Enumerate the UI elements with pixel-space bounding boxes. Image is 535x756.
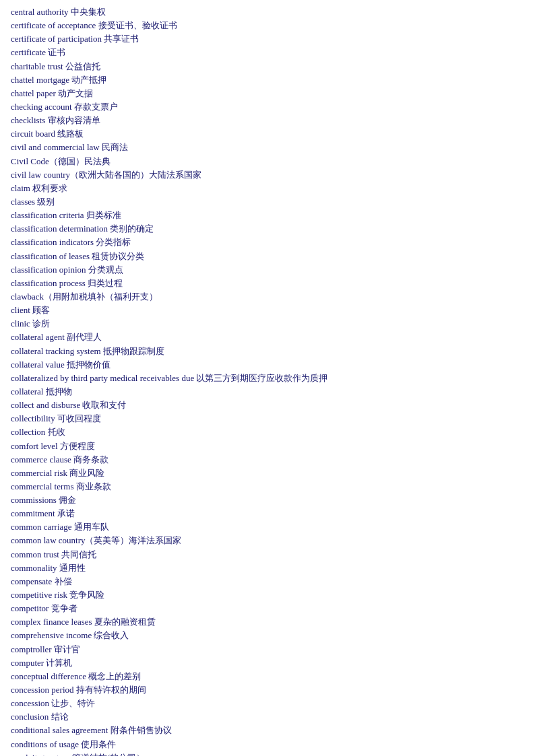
list-item: complex finance leases 夏杂的融资租赁 (11, 615, 524, 629)
term-text: competitive risk 竞争风险 (11, 590, 104, 600)
term-text: computer 计算机 (11, 658, 72, 668)
term-text: chattel paper 动产文据 (11, 88, 93, 98)
term-text: common trust 共同信托 (11, 549, 96, 559)
list-item: certificate of acceptance 接受证书、验收证书 (11, 19, 524, 32)
term-text: concession period 持有特许权的期间 (11, 685, 146, 695)
term-text: certificate 证书 (11, 47, 65, 57)
list-item: common carriage 通用车队 (11, 520, 524, 534)
term-text: commonality 通用性 (11, 563, 86, 573)
list-item: claim 权利要求 (11, 182, 524, 195)
term-text: classification determination 类别的确定 (11, 224, 154, 234)
list-item: circuit board 线路板 (11, 127, 524, 141)
list-item: compensate 补偿 (11, 575, 524, 588)
list-item: civil law country（欧洲大陆各国的）大陆法系国家 (11, 168, 524, 182)
term-text: clinic 诊所 (11, 318, 50, 329)
list-item: clawback（用附加税填补（福利开支） (11, 290, 524, 304)
list-item: collateral 抵押物 (11, 385, 524, 399)
list-item: certificate of participation 共享证书 (11, 32, 524, 46)
list-item: classification indicators 分类指标 (11, 236, 524, 249)
term-text: classification opinion 分类观点 (11, 265, 123, 275)
list-item: Civil Code（德国）民法典 (11, 155, 524, 168)
list-item: checklists 审核内容清单 (11, 114, 524, 127)
term-text: checklists 审核内容清单 (11, 115, 100, 125)
term-text: conceptual difference 概念上的差别 (11, 671, 141, 681)
list-item: collateral value 抵押物价值 (11, 358, 524, 372)
term-text: commitment 承诺 (11, 508, 75, 518)
list-item: conclusion 结论 (11, 710, 524, 724)
term-text: collection 托收 (11, 427, 65, 437)
term-text: civil and commercial law 民商法 (11, 142, 128, 152)
list-item: client 顾客 (11, 304, 524, 317)
term-text: classification indicators 分类指标 (11, 237, 131, 247)
term-text: conclusion 结论 (11, 712, 69, 722)
list-item: commissions 佣金 (11, 493, 524, 507)
term-text: collateral agent 副代理人 (11, 332, 102, 342)
list-item: conditions of usage 使用条件 (11, 738, 524, 751)
term-text: collect and disburse 收取和支付 (11, 400, 127, 410)
list-item: civil and commercial law 民商法 (11, 141, 524, 154)
term-text: certificate of participation 共享证书 (11, 34, 139, 44)
term-text: Civil Code（德国）民法典 (11, 156, 111, 166)
list-item: classes 级别 (11, 195, 524, 209)
term-text: classes 级别 (11, 197, 55, 207)
list-item: chattel mortgage 动产抵押 (11, 73, 524, 87)
term-text: civil law country（欧洲大陆各国的）大陆法系国家 (11, 170, 201, 180)
list-item: chattel paper 动产文据 (11, 87, 524, 100)
term-text: collateralized by third party medical re… (11, 373, 327, 383)
list-item: common law country（英美等）海洋法系国家 (11, 534, 524, 547)
list-item: charitable trust 公益信托 (11, 60, 524, 73)
list-item: commercial risk 商业风险 (11, 467, 524, 480)
term-text: collateral 抵押物 (11, 386, 72, 397)
term-text: commerce clause 商务条款 (11, 454, 108, 465)
list-item: competitor 竞争者 (11, 602, 524, 615)
list-item: collateralized by third party medical re… (11, 372, 524, 385)
list-item: collateral agent 副代理人 (11, 331, 524, 344)
list-item: concession 让步、特许 (11, 697, 524, 710)
term-text: conditional sales agreement 附条件销售协议 (11, 725, 172, 735)
list-item: clinic 诊所 (11, 317, 524, 331)
list-item: common trust 共同信托 (11, 548, 524, 561)
list-item: classification criteria 归类标准 (11, 209, 524, 222)
list-item: comfort level 方便程度 (11, 440, 524, 453)
list-item: certificate 证书 (11, 46, 524, 59)
term-text: complex finance leases 夏杂的融资租赁 (11, 617, 156, 627)
list-item: checking account 存款支票户 (11, 100, 524, 114)
list-item: conceptual difference 概念上的差别 (11, 670, 524, 683)
term-text: common carriage 通用车队 (11, 522, 109, 532)
list-item: collectibility 可收回程度 (11, 412, 524, 425)
term-text: competitor 竞争者 (11, 603, 77, 613)
term-text: collectibility 可收回程度 (11, 413, 101, 423)
list-item: commitment 承诺 (11, 507, 524, 520)
term-text: clawback（用附加税填补（福利开支） (11, 291, 158, 302)
list-item: collection 托收 (11, 425, 524, 439)
term-text: commercial risk 商业风险 (11, 468, 104, 478)
term-text: commercial terms 商业条款 (11, 481, 111, 491)
list-item: classification opinion 分类观点 (11, 263, 524, 277)
term-text: circuit board 线路板 (11, 129, 84, 139)
list-item: competitive risk 竞争风险 (11, 588, 524, 602)
term-text: classification process 归类过程 (11, 278, 123, 288)
term-text: collateral tracking system 抵押物跟踪制度 (11, 346, 164, 356)
list-item: classification of leases 租赁协议分类 (11, 250, 524, 263)
list-item: comptroller 审计官 (11, 643, 524, 656)
term-text: collateral value 抵押物价值 (11, 359, 111, 370)
list-item: commerce clause 商务条款 (11, 453, 524, 467)
term-text: certificate of acceptance 接受证书、验收证书 (11, 20, 177, 30)
term-text: comptroller 审计官 (11, 644, 80, 654)
term-text: claim 权利要求 (11, 183, 67, 193)
term-text: central authority 中央集权 (11, 7, 106, 17)
terms-list: central authority 中央集权certificate of acc… (11, 5, 524, 756)
term-text: common law country（英美等）海洋法系国家 (11, 535, 181, 545)
term-text: compensate 补偿 (11, 576, 72, 586)
term-text: classification criteria 归类标准 (11, 210, 121, 220)
list-item: collateral tracking system 抵押物跟踪制度 (11, 345, 524, 358)
list-item: classification determination 类别的确定 (11, 222, 524, 236)
list-item: central authority 中央集权 (11, 5, 524, 19)
term-text: conduit structure 管道结构(的公司） (11, 753, 145, 756)
list-item: classification process 归类过程 (11, 277, 524, 290)
list-item: comprehensive income 综合收入 (11, 629, 524, 642)
term-text: concession 让步、特许 (11, 698, 95, 708)
list-item: computer 计算机 (11, 656, 524, 670)
list-item: collect and disburse 收取和支付 (11, 399, 524, 412)
list-item: commercial terms 商业条款 (11, 480, 524, 493)
